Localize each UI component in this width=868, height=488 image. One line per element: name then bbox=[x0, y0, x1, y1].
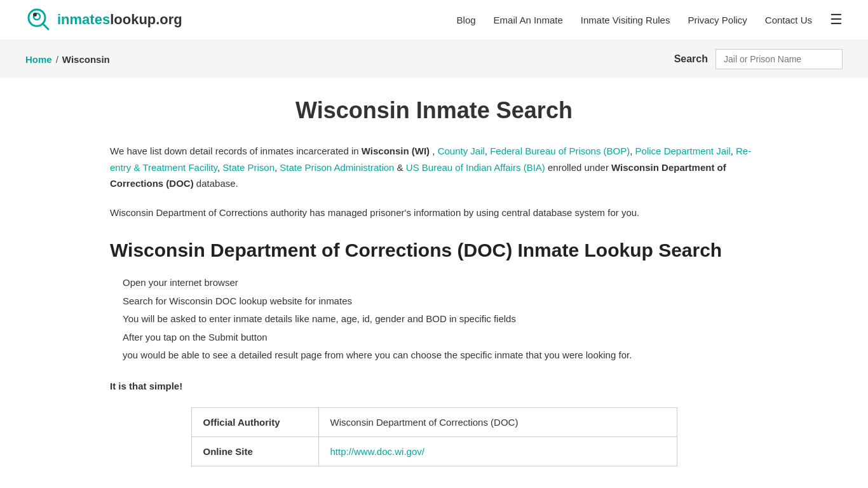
simple-text: It is that simple! bbox=[110, 381, 758, 391]
table-cell-value-2: http://www.doc.wi.gov/ bbox=[318, 437, 677, 466]
section-title: Wisconsin Department of Corrections (DOC… bbox=[110, 240, 758, 261]
breadcrumb-current: Wisconsin bbox=[62, 54, 110, 65]
desc-text: Wisconsin Department of Corrections auth… bbox=[110, 205, 758, 221]
link-state-prison-admin[interactable]: State Prison Administration bbox=[280, 162, 394, 173]
breadcrumb-home[interactable]: Home bbox=[25, 54, 52, 65]
logo-text: inmateslookup.org bbox=[57, 11, 182, 28]
info-table: Official Authority Wisconsin Department … bbox=[191, 407, 677, 466]
search-area: Search bbox=[674, 49, 843, 69]
page-title: Wisconsin Inmate Search bbox=[110, 97, 758, 124]
step-1: Open your internet browser bbox=[123, 274, 758, 292]
nav-visiting-rules[interactable]: Inmate Visiting Rules bbox=[581, 15, 670, 25]
header: inmateslookup.org Blog Email An Inmate I… bbox=[0, 0, 868, 40]
link-police-dept[interactable]: Police Department Jail bbox=[635, 146, 731, 156]
main-content: Wisconsin Inmate Search We have list dow… bbox=[85, 78, 783, 488]
breadcrumb-bar: Home / Wisconsin Search bbox=[0, 40, 868, 78]
breadcrumb: Home / Wisconsin bbox=[25, 54, 110, 65]
hamburger-icon[interactable]: ☰ bbox=[830, 11, 843, 28]
svg-point-3 bbox=[33, 13, 37, 17]
logo[interactable]: inmateslookup.org bbox=[25, 6, 182, 33]
steps-list: Open your internet browser Search for Wi… bbox=[110, 274, 758, 365]
nav-contact-us[interactable]: Contact Us bbox=[765, 15, 812, 25]
table-cell-label-2: Online Site bbox=[191, 437, 318, 466]
table-cell-label-1: Official Authority bbox=[191, 407, 318, 437]
link-bia[interactable]: US Bureau of Indian Affairs (BIA) bbox=[406, 162, 545, 173]
step-3: You will be asked to enter inmate detail… bbox=[123, 310, 758, 329]
link-county-jail[interactable]: County Jail bbox=[438, 146, 485, 156]
main-nav: Blog Email An Inmate Inmate Visiting Rul… bbox=[457, 11, 843, 28]
table-row: Online Site http://www.doc.wi.gov/ bbox=[191, 437, 677, 466]
step-4: After you tap on the Submit button bbox=[123, 329, 758, 347]
logo-icon bbox=[25, 6, 52, 33]
step-5: you would be able to see a detailed resu… bbox=[123, 346, 758, 365]
intro-paragraph: We have list down detail records of inma… bbox=[110, 143, 758, 192]
search-input[interactable] bbox=[715, 49, 843, 69]
nav-blog[interactable]: Blog bbox=[457, 15, 476, 25]
link-federal-bureau[interactable]: Federal Bureau of Prisons (BOP) bbox=[490, 146, 630, 156]
svg-line-2 bbox=[43, 24, 48, 29]
table-row: Official Authority Wisconsin Department … bbox=[191, 407, 677, 437]
breadcrumb-separator: / bbox=[56, 54, 58, 65]
doc-website-link[interactable]: http://www.doc.wi.gov/ bbox=[330, 446, 424, 457]
table-cell-value-1: Wisconsin Department of Corrections (DOC… bbox=[318, 407, 677, 437]
link-state-prison[interactable]: State Prison bbox=[222, 162, 275, 173]
step-2: Search for Wisconsin DOC lookup website … bbox=[123, 292, 758, 311]
nav-privacy-policy[interactable]: Privacy Policy bbox=[688, 15, 747, 25]
search-label: Search bbox=[674, 53, 708, 65]
nav-email-inmate[interactable]: Email An Inmate bbox=[494, 15, 563, 25]
